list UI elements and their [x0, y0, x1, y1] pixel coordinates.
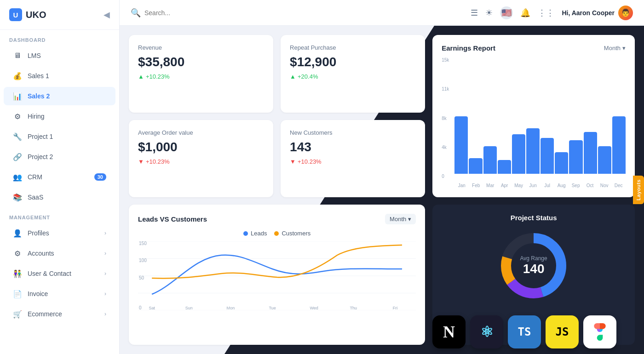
javascript-icon[interactable]: JS: [546, 315, 579, 348]
svg-text:Fri: Fri: [393, 306, 398, 310]
sidebar-item-ecommerce[interactable]: 🛒 Ecommerce ›: [4, 305, 115, 323]
sales2-icon: 📊: [13, 91, 22, 101]
dashboard-section-label: DASHBOARD: [0, 30, 119, 46]
earnings-header: Earnings Report Month ▾: [442, 44, 626, 52]
svg-text:Sun: Sun: [185, 306, 193, 310]
user-menu[interactable]: Hi, Aaron Cooper 👨: [562, 6, 633, 20]
main-area: 🔍 ☰ ☀ 🇺🇸 🔔 ⋮⋮ Hi, Aaron Cooper 👨 Revenue…: [120, 0, 644, 354]
sidebar-item-user-contact[interactable]: 👫 User & Contact ›: [4, 264, 115, 283]
earnings-card: Earnings Report Month ▾: [432, 35, 635, 197]
layouts-tab-wrapper: Layouts: [633, 176, 644, 204]
avg-range-value: 140: [520, 262, 547, 276]
svg-text:Mon: Mon: [227, 306, 235, 310]
sidebar-item-profiles[interactable]: 👤 Profiles ›: [4, 224, 115, 242]
leads-line-chart: 150 100 50 0 Sat Sun Mon Tue Wed Thu Fri: [138, 241, 416, 310]
sidebar-item-sales2[interactable]: 📊 Sales 2: [4, 87, 115, 105]
project2-icon: 🔗: [13, 152, 22, 161]
sidebar-item-accounts[interactable]: ⚙ Accounts ›: [4, 244, 115, 263]
sidebar-item-label: Project 2: [28, 153, 53, 160]
sidebar-item-label: LMS: [28, 52, 41, 59]
new-customers-change: ▼ +10.23%: [290, 158, 416, 165]
sidebar-item-project2[interactable]: 🔗 Project 2: [4, 148, 115, 166]
chevron-right-icon: ›: [104, 270, 106, 277]
bar-jul: [540, 138, 554, 174]
sidebar-item-label: SaaS: [28, 194, 43, 201]
logo-text: UKO: [26, 10, 46, 20]
theme-toggle-icon[interactable]: ☀: [485, 8, 493, 18]
sidebar-logo: U UKO ◀: [0, 0, 119, 30]
sidebar-item-sales1[interactable]: 💰 Sales 1: [4, 67, 115, 85]
earnings-title: Earnings Report: [442, 44, 495, 52]
legend-customers: Customers: [274, 230, 310, 237]
bar-apr-rect: [498, 160, 511, 174]
bar-nov-rect: [598, 146, 611, 174]
sidebar-item-label: Ecommerce: [28, 310, 62, 318]
content-grid: Revenue $35,800 ▲ +10.23% Repeat Purchas…: [120, 26, 644, 354]
sidebar-item-project1[interactable]: 🔧 Project 1: [4, 127, 115, 146]
leads-filter-button[interactable]: Month ▾: [385, 214, 416, 224]
accounts-icon: ⚙: [13, 249, 22, 258]
sidebar-collapse-button[interactable]: ◀: [104, 10, 110, 20]
react-icon[interactable]: ⚛: [470, 315, 503, 348]
x-label-jul: Jul: [540, 183, 554, 188]
sidebar-item-label: Profiles: [28, 229, 49, 237]
x-label-nov: Nov: [597, 183, 611, 188]
bar-sep: [569, 140, 582, 174]
search-bar: 🔍: [131, 8, 465, 18]
bar-sep-rect: [569, 140, 582, 174]
x-label-jun: Jun: [526, 183, 540, 188]
x-label-feb: Feb: [469, 183, 483, 188]
svg-text:0: 0: [139, 305, 142, 310]
user-contact-icon: 👫: [13, 269, 22, 278]
repeat-label: Repeat Purchase: [290, 44, 416, 51]
svg-text:50: 50: [139, 275, 144, 280]
language-flag[interactable]: 🇺🇸: [500, 6, 513, 19]
bar-feb-rect: [469, 158, 482, 174]
sidebar-item-crm[interactable]: 👥 CRM 30: [4, 168, 115, 186]
layouts-tab-button[interactable]: Layouts: [633, 176, 644, 204]
logo-icon: U: [9, 8, 22, 21]
up-arrow-icon: ▲: [138, 73, 144, 80]
figma-svg: [593, 323, 606, 341]
bar-mar-rect: [483, 146, 497, 174]
sidebar-item-saas[interactable]: 📚 SaaS: [4, 188, 115, 206]
sidebar-item-label: CRM: [28, 173, 42, 181]
svg-text:Tue: Tue: [269, 306, 276, 310]
chevron-right-icon: ›: [104, 250, 106, 257]
notification-bell-icon[interactable]: 🔔: [520, 8, 530, 18]
down-arrow-icon: ▼: [138, 158, 144, 165]
sidebar-item-invoice[interactable]: 📄 Invoice ›: [4, 285, 115, 303]
menu-lines-icon[interactable]: ☰: [471, 8, 478, 18]
bar-jun-rect: [526, 128, 540, 174]
sidebar-item-lms[interactable]: 🖥 LMS: [4, 46, 115, 65]
search-input[interactable]: [144, 9, 465, 17]
lms-icon: 🖥: [13, 51, 22, 60]
earnings-filter-button[interactable]: Month ▾: [604, 45, 626, 51]
avg-order-label: Average Order value: [138, 129, 264, 136]
donut-center-info: Avg Range 140: [520, 255, 547, 276]
avatar: 👨: [618, 6, 633, 20]
bar-aug-rect: [555, 152, 568, 174]
leads-dot: [243, 231, 248, 236]
svg-text:Thu: Thu: [350, 306, 357, 310]
x-label-apr: Apr: [497, 183, 512, 188]
x-label-mar: Mar: [483, 183, 497, 188]
revenue-card: Revenue $35,800 ▲ +10.23%: [129, 35, 273, 113]
customers-dot: [274, 231, 279, 236]
sidebar-item-hiring[interactable]: ⚙ Hiring: [4, 107, 115, 126]
sales1-icon: 💰: [13, 71, 22, 80]
x-label-dec: Dec: [611, 183, 626, 188]
bar-may: [512, 134, 525, 174]
x-label-jan: Jan: [454, 183, 469, 188]
x-label-oct: Oct: [583, 183, 597, 188]
management-section-label: MANAGEMENT: [0, 207, 119, 223]
revenue-value: $35,800: [138, 55, 264, 69]
figma-icon[interactable]: [583, 315, 616, 348]
nextjs-icon[interactable]: N: [432, 315, 466, 348]
leads-chart-card: Leads VS Customers Month ▾ Leads Custome…: [129, 205, 425, 345]
bar-oct: [584, 132, 597, 174]
grid-apps-icon[interactable]: ⋮⋮: [538, 8, 554, 18]
repeat-change-value: +20.4%: [298, 73, 318, 80]
sidebar: U UKO ◀ DASHBOARD 🖥 LMS 💰 Sales 1 📊 Sale…: [0, 0, 120, 354]
typescript-icon[interactable]: TS: [508, 315, 541, 348]
